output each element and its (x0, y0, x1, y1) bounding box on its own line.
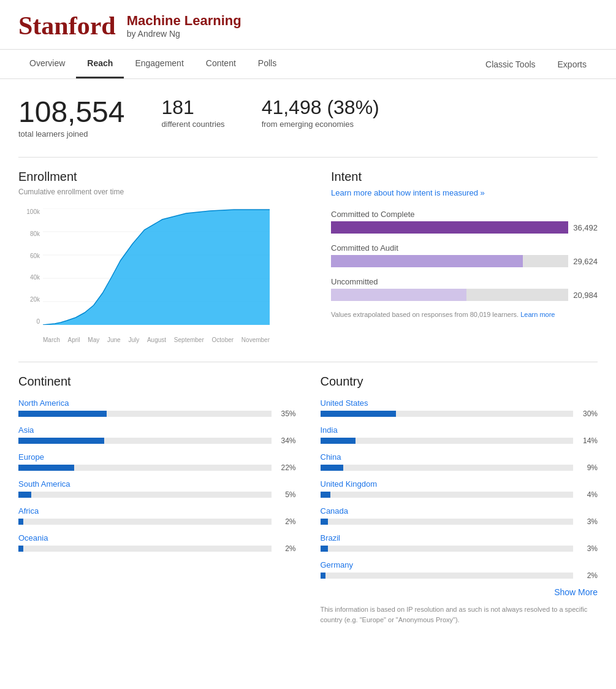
x-label-september: September (174, 337, 204, 343)
country-bar-bg-6 (321, 573, 574, 579)
country-name-3[interactable]: United Kingdom (321, 479, 598, 489)
intent-item-uncommitted: Uncommitted 20,984 (331, 277, 598, 301)
continent-item-5: Oceania 2% (18, 533, 296, 553)
continent-name-0[interactable]: North America (18, 398, 296, 408)
intent-learn-more-link[interactable]: Learn more about how intent is measured … (331, 188, 485, 197)
tab-polls[interactable]: Polls (247, 50, 287, 78)
continent-item-0: North America 35% (18, 398, 296, 418)
continent-bar-row-0: 35% (18, 409, 296, 418)
continent-bar-row-3: 5% (18, 490, 296, 499)
stats-row: 108,554 total learners joined 181 differ… (18, 97, 598, 139)
intent-label-audit: Committed to Audit (331, 243, 598, 253)
country-item-5: Brazil 3% (321, 533, 598, 553)
country-name-4[interactable]: Canada (321, 506, 598, 516)
x-label-may: May (88, 337, 99, 343)
show-more-button[interactable]: Show More (321, 587, 598, 597)
country-bar-fill-0 (321, 411, 397, 417)
intent-value-uncommitted: 20,984 (573, 291, 598, 300)
country-bar-fill-1 (321, 438, 356, 444)
intent-label-uncommitted: Uncommitted (331, 277, 598, 286)
y-axis-labels: 100k 80k 60k 40k 20k 0 (18, 208, 43, 325)
main-content: 108,554 total learners joined 181 differ… (0, 79, 616, 643)
country-bar-fill-5 (321, 546, 328, 552)
tab-overview[interactable]: Overview (18, 50, 76, 78)
y-label-20k: 20k (30, 296, 40, 303)
country-name-0[interactable]: United States (321, 398, 598, 408)
enrollment-intent-section: Enrollment Cumulative enrollment over ti… (18, 170, 598, 343)
country-pct-1: 14% (578, 436, 598, 445)
classic-tools-link[interactable]: Classic Tools (474, 51, 546, 78)
country-item-1: India 14% (321, 425, 598, 445)
country-bar-bg-2 (321, 465, 574, 471)
geo-divider (18, 362, 598, 362)
country-pct-5: 3% (578, 544, 598, 553)
intent-note: Values extrapolated based on responses f… (331, 311, 598, 318)
country-bar-fill-6 (321, 573, 325, 579)
continent-bar-bg-3 (18, 492, 272, 498)
country-bar-row-2: 9% (321, 463, 598, 472)
country-item-6: Germany 2% (321, 560, 598, 580)
x-label-april: April (68, 337, 80, 343)
country-bar-bg-3 (321, 492, 574, 498)
y-label-60k: 60k (30, 253, 40, 259)
country-title: Country (321, 375, 598, 389)
intent-label-complete: Committed to Complete (331, 210, 598, 219)
intent-note-link[interactable]: Learn more (520, 311, 555, 318)
continent-item-2: Europe 22% (18, 452, 296, 472)
enrollment-subtitle: Cumulative enrollment over time (18, 188, 294, 196)
x-label-july: July (128, 337, 139, 343)
intent-item-complete: Committed to Complete 36,492 (331, 210, 598, 234)
country-name-1[interactable]: India (321, 425, 598, 435)
country-name-5[interactable]: Brazil (321, 533, 598, 542)
country-pct-3: 4% (578, 490, 598, 499)
intent-value-complete: 36,492 (573, 223, 598, 232)
continent-bar-bg-5 (18, 546, 272, 552)
geo-section: Continent North America 35% Asia (18, 375, 598, 625)
tab-engagement[interactable]: Engagement (124, 50, 194, 78)
intent-item-audit: Committed to Audit 29,624 (331, 243, 598, 267)
country-name-2[interactable]: China (321, 452, 598, 462)
exports-link[interactable]: Exports (547, 51, 598, 78)
continent-name-5[interactable]: Oceania (18, 533, 296, 542)
continent-bar-bg-2 (18, 465, 272, 471)
continent-item-1: Asia 34% (18, 425, 296, 445)
intent-bar-uncommitted-row: 20,984 (331, 289, 598, 301)
tab-reach[interactable]: Reach (76, 50, 124, 78)
country-bar-row-3: 4% (321, 490, 598, 499)
country-bar-bg-4 (321, 519, 574, 525)
continent-pct-5: 2% (276, 544, 296, 553)
continent-bar-row-4: 2% (18, 517, 296, 526)
x-axis-labels: March April May June July August Septemb… (43, 337, 270, 343)
y-label-0: 0 (36, 318, 40, 325)
countries-value: 181 (162, 97, 225, 117)
emerging-label: from emerging economies (262, 120, 379, 129)
nav-right: Classic Tools Exports (474, 51, 598, 78)
enrollment-chart: 100k 80k 60k 40k 20k 0 (18, 208, 276, 343)
country-pct-0: 30% (578, 409, 598, 418)
continent-name-4[interactable]: Africa (18, 506, 296, 516)
continent-bar-bg-0 (18, 411, 272, 417)
country-list: United States 30% India 14% (321, 398, 598, 625)
continent-bar-row-1: 34% (18, 436, 296, 445)
continent-name-2[interactable]: Europe (18, 452, 296, 462)
country-bar-row-4: 3% (321, 517, 598, 526)
intent-bar-complete-row: 36,492 (331, 221, 598, 234)
continent-bar-row-5: 2% (18, 544, 296, 553)
country-name-6[interactable]: Germany (321, 560, 598, 569)
intent-bar-audit-fill (331, 255, 523, 267)
total-learners-value: 108,554 (18, 97, 125, 127)
country-bar-row-1: 14% (321, 436, 598, 445)
continent-name-3[interactable]: South America (18, 479, 296, 489)
intent-bar-uncommitted-bg (331, 289, 568, 301)
continent-name-1[interactable]: Asia (18, 425, 296, 435)
x-label-october: October (212, 337, 234, 343)
svg-marker-6 (43, 210, 270, 325)
continent-item-4: Africa 2% (18, 506, 296, 526)
continent-section: Continent North America 35% Asia (18, 375, 314, 625)
navigation: Overview Reach Engagement Content Polls … (0, 50, 616, 79)
country-bar-bg-5 (321, 546, 574, 552)
tab-content[interactable]: Content (195, 50, 247, 78)
nav-left: Overview Reach Engagement Content Polls (18, 50, 287, 78)
enrollment-section: Enrollment Cumulative enrollment over ti… (18, 170, 319, 343)
continent-list: North America 35% Asia 34% (18, 398, 296, 553)
